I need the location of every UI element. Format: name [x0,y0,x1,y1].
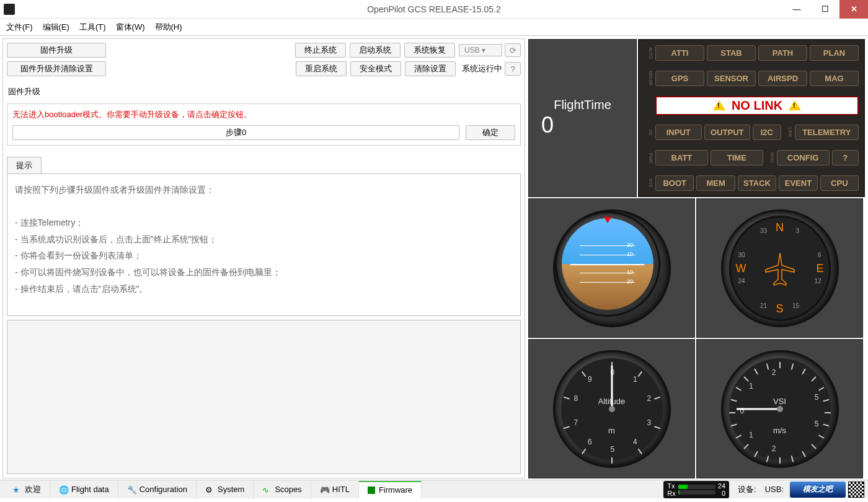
device-label: 设备: [738,484,756,495]
warning-icon [713,100,725,110]
stack-status[interactable]: STACK [738,175,776,191]
menu-file[interactable]: 文件(F) [6,22,33,33]
compass-gauge: N E S W 33 3 6 12 15 21 24 30 [696,198,863,338]
output-status[interactable]: OUTPUT [704,125,751,140]
close-button[interactable]: ✕ [839,0,868,19]
usb-label: USB: [765,485,784,494]
section-label: 固件升级 [8,86,521,97]
mag-status[interactable]: MAG [810,71,859,86]
joystick-icon: 🎮 [320,485,329,494]
star-icon: ★ [12,485,21,494]
safe-button[interactable]: 安全模式 [350,61,401,76]
connection-select[interactable]: USB ▾ [459,44,502,56]
altitude-gauge: 0123456789 Altitude m [528,339,695,478]
tab-flightdata[interactable]: 🌐Flight data [50,481,118,498]
flighttime-panel: FlightTime 0 [528,39,637,197]
menu-edit[interactable]: 编辑(E) [43,22,69,33]
minimize-button[interactable]: — [782,0,811,19]
wrench-icon: 🔧 [127,485,136,494]
system-health-board: AUTO ATTI STAB PATH PLAN SENSR GPS SENSO… [638,39,865,197]
unknown-status[interactable]: ? [832,150,859,165]
recover-button[interactable]: 系统恢复 [404,43,455,58]
help-icon[interactable]: ? [505,62,521,76]
tab-scopes[interactable]: ∿Scopes [254,481,311,498]
menu-bar: 文件(F) 编辑(E) 工具(T) 窗体(W) 帮助(H) [0,19,868,36]
ok-button[interactable]: 确定 [466,125,515,140]
nolink-banner: NO LINK [655,96,859,115]
tips-content: 请按照下列步骤升级固件或者升级固件并清除设置： - 连接Telemetry； -… [7,174,521,316]
tab-configuration[interactable]: 🔧Configuration [118,481,197,498]
restart-button[interactable]: 重启系统 [296,61,347,76]
halt-button[interactable]: 终止系统 [295,43,346,58]
warning-icon [789,100,801,110]
menu-window[interactable]: 窗体(W) [116,22,145,33]
error-box: 无法进入bootloader模式。你需要手动升级设备，请点击确定按钮。 步骤0 … [7,103,521,146]
app-icon [4,4,15,15]
i2c-status[interactable]: I2C [753,125,781,140]
input-status[interactable]: INPUT [655,125,702,140]
atti-status[interactable]: ATTI [655,45,704,61]
path-status[interactable]: PATH [758,45,807,61]
bottom-bar: ★欢迎 🌐Flight data 🔧Configuration ⚙System … [0,480,868,498]
stab-status[interactable]: STAB [707,45,756,61]
gps-status[interactable]: GPS [655,71,704,86]
time-status[interactable]: TIME [711,150,763,165]
config-status[interactable]: CONFIG [777,150,830,165]
erase-button[interactable]: 清除设置 [405,61,456,76]
maximize-button[interactable]: ☐ [811,0,839,19]
menu-tools[interactable]: 工具(T) [79,22,106,33]
menu-help[interactable]: 帮助(H) [155,22,182,33]
wave-icon: ∿ [262,485,271,494]
airspd-status[interactable]: AIRSPD [758,71,807,86]
error-message: 无法进入bootloader模式。你需要手动升级设备，请点击确定按钮。 [12,109,515,120]
title-bar: OpenPilot GCS RELEASE-15.05.2 — ☐ ✕ [0,0,868,19]
plan-status[interactable]: PLAN [810,45,859,61]
event-status[interactable]: EVENT [779,175,817,191]
globe-icon: 🌐 [59,485,68,494]
tab-welcome[interactable]: ★欢迎 [4,481,50,498]
sensor-status[interactable]: SENSOR [707,71,756,86]
tab-hitl[interactable]: 🎮HITL [311,481,359,498]
device-list-empty [7,320,521,474]
tab-system[interactable]: ⚙System [197,481,254,498]
upgrade-clear-button[interactable]: 固件升级并清除设置 [7,61,106,76]
txrx-indicator: TxRx 240 [663,481,729,498]
running-status: 系统运行中 [462,63,502,74]
tab-firmware[interactable]: Firmware [359,481,422,498]
attitude-gauge: 20 10 10 20 [528,198,695,338]
vsi-gauge: 0125125 VSI m/s [696,339,863,478]
chip-icon [368,487,375,494]
window-title: OpenPilot GCS RELEASE-15.05.2 [367,4,501,14]
firmware-panel: 固件升级 终止系统 启动系统 系统恢复 USB ▾ ⟳ 固件升级并清除设置 重启… [2,38,525,478]
plane-icon [764,250,795,287]
forum-logo: 模友之吧 [790,482,846,498]
mem-status[interactable]: MEM [696,175,735,191]
refresh-icon[interactable]: ⟳ [505,43,521,57]
tips-tab[interactable]: 提示 [7,157,42,174]
qr-code [848,482,864,498]
telemetry-status[interactable]: TELEMETRY [795,125,859,140]
batt-status[interactable]: BATT [655,150,708,165]
cpu-status[interactable]: CPU [820,175,859,191]
start-button[interactable]: 启动系统 [350,43,401,58]
step-display: 步骤0 [12,125,459,140]
gear-icon: ⚙ [205,485,214,494]
boot-status[interactable]: BOOT [655,175,694,191]
upgrade-button[interactable]: 固件升级 [7,43,106,58]
